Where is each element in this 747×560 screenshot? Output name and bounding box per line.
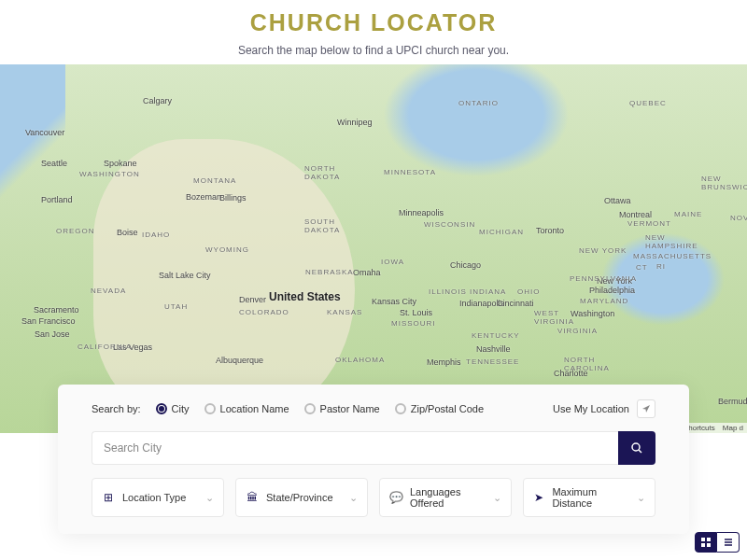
region-label: NEBRASKA (305, 268, 354, 276)
region-label: WISCONSIN (424, 220, 475, 229)
city-label: Washington (571, 309, 614, 318)
search-icon (630, 441, 643, 455)
filter-dropdown[interactable]: ➤Maximum Distance⌄ (523, 478, 655, 517)
region-label: MONTANA (193, 176, 236, 185)
city-label: Albuquerque (216, 356, 263, 365)
region-label: WASHINGTON (79, 170, 140, 178)
city-label: Memphis (427, 357, 461, 367)
city-label: Ottawa (604, 196, 631, 205)
chevron-down-icon: ⌄ (205, 492, 214, 504)
region-label: INDIANA (470, 287, 506, 296)
city-label: Philadelphia (589, 286, 635, 295)
arrow-icon: ➤ (533, 491, 544, 504)
city-label: Omaha (353, 268, 381, 277)
city-label: Portland (41, 195, 73, 204)
region-label: NEWHAMPSHIRE (645, 233, 698, 250)
city-label: Winnipeg (337, 118, 373, 127)
region-label: MAINE (674, 210, 702, 218)
city-label: Vancouver (25, 128, 64, 137)
region-label: NORTHDAKOTA (304, 164, 340, 181)
search-button[interactable] (618, 431, 655, 465)
radio-dot-icon (304, 403, 316, 414)
radio-label: Pastor Name (320, 403, 380, 414)
search-by-label: Search by: (92, 403, 141, 414)
region-label: KENTUCKY (472, 331, 520, 340)
radio-dot-icon (156, 403, 167, 414)
svg-rect-5 (707, 543, 711, 547)
region-label: ILLINOIS (429, 287, 467, 296)
map-data-link[interactable]: Map d (723, 424, 743, 432)
city-label: Chicago (450, 260, 481, 270)
grid-icon (700, 537, 712, 548)
search-by-radio[interactable]: Location Name (204, 403, 289, 414)
list-view-button[interactable] (717, 532, 740, 553)
chevron-down-icon: ⌄ (637, 492, 645, 504)
list-icon (723, 537, 734, 548)
region-label: PENNSYLVANIA (570, 274, 637, 283)
page-header: CHURCH LOCATOR Search the map below to f… (0, 0, 747, 64)
filter-label: Location Type (122, 492, 186, 503)
grid-view-button[interactable] (695, 532, 717, 553)
region-label: OHIO (517, 287, 540, 296)
filter-label: Languages Offered (410, 486, 486, 509)
search-by-radio[interactable]: Pastor Name (304, 403, 380, 414)
search-by-group: Search by: CityLocation NamePastor NameZ… (92, 403, 484, 414)
location-arrow-icon (641, 404, 651, 413)
chat-icon: 💬 (389, 491, 402, 504)
search-by-radio[interactable]: City (156, 403, 190, 414)
search-input[interactable] (92, 431, 618, 465)
region-label: WESTVIRGINIA (534, 309, 574, 326)
region-label: MICHIGAN (479, 228, 524, 236)
region-label: QUEBEC (629, 99, 667, 107)
region-label: OKLAHOMA (335, 356, 385, 364)
view-toggle (695, 532, 740, 553)
region-label: OREGON (56, 227, 95, 235)
region-label: WYOMING (205, 245, 249, 254)
city-label: Calgary (143, 96, 172, 105)
svg-point-0 (632, 443, 640, 451)
city-label: Spokane (104, 159, 137, 168)
filter-dropdown[interactable]: 💬Languages Offered⌄ (379, 478, 512, 517)
city-label: Toronto (536, 226, 564, 235)
svg-line-1 (639, 450, 641, 453)
region-label: VIRGINIA (557, 327, 598, 335)
search-panel: Search by: CityLocation NamePastor NameZ… (58, 385, 689, 534)
radio-dot-icon (204, 403, 216, 414)
region-label: CALIFORNIA (78, 343, 132, 351)
region-label: TENNESSEE (466, 357, 519, 366)
country-label: United States (269, 290, 341, 303)
use-my-location-label: Use My Location (553, 403, 629, 414)
region-label: MARYLAND (580, 297, 628, 305)
region-label: COLORADO (239, 308, 289, 316)
use-my-location-button[interactable] (637, 399, 655, 418)
region-label: VERMONT (627, 219, 671, 228)
page-subtitle: Search the map below to find a UPCI chur… (0, 44, 747, 57)
city-label: Kansas City (372, 297, 416, 306)
water-shape (345, 64, 607, 232)
filter-label: State/Province (266, 492, 333, 503)
city-label: Nashville (476, 344, 511, 354)
svg-rect-3 (707, 538, 711, 541)
search-by-radio[interactable]: Zip/Postal Code (395, 403, 484, 414)
region-label: NORTHCAROLINA (564, 356, 610, 372)
region-label: MINNESOTA (384, 168, 436, 176)
city-label: Bermuda (718, 397, 747, 406)
svg-rect-2 (701, 538, 705, 541)
city-label: Billings (219, 193, 247, 203)
city-label: San Jose (35, 329, 70, 339)
city-label: St. Louis (400, 308, 432, 317)
region-label: ONTARIO (458, 99, 499, 107)
region-label: NEVADA (91, 287, 126, 295)
region-label: KANSAS (327, 308, 362, 316)
filter-dropdown[interactable]: ⊞Location Type⌄ (92, 478, 224, 517)
water-shape (0, 64, 65, 242)
chevron-down-icon: ⌄ (349, 492, 358, 504)
map-canvas[interactable]: CalgaryVancouverSeattleSpokanePortlandBo… (0, 64, 747, 433)
radio-dot-icon (395, 403, 406, 414)
city-label: Boise (117, 228, 138, 237)
region-label: MISSOURI (391, 319, 436, 328)
region-label: UTAH (164, 302, 188, 311)
region-label: IOWA (381, 258, 404, 266)
city-label: Sacramento (34, 305, 79, 315)
filter-dropdown[interactable]: 🏛State/Province⌄ (235, 478, 368, 517)
